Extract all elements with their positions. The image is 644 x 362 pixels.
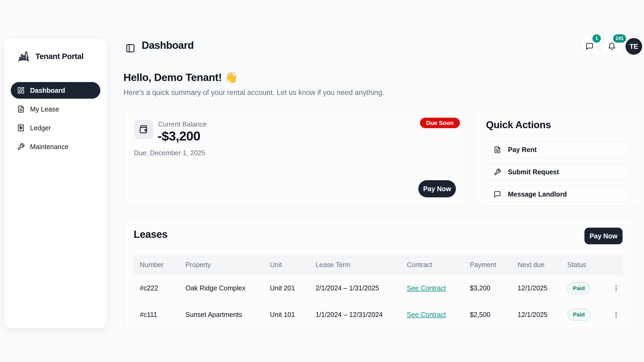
lease-next-due: 12/1/2025 <box>511 311 561 319</box>
column-header-property: Property <box>179 261 264 269</box>
messages-count-badge: 1 <box>592 34 601 43</box>
quick-actions-title: Quick Actions <box>486 119 630 131</box>
leases-pay-now-button[interactable]: Pay Now <box>584 228 623 244</box>
sidebar-item-label: Ledger <box>30 124 51 132</box>
column-header-next-due: Next due <box>511 261 561 269</box>
column-header-contract: Contract <box>401 261 464 269</box>
lease-term: 2/1/2024 – 1/31/2025 <box>309 284 401 292</box>
lease-payment: $2,500 <box>464 311 511 319</box>
lease-number: #c222 <box>134 284 179 292</box>
sidebar-item-ledger[interactable]: Ledger <box>11 120 100 136</box>
lease-unit: Unit 201 <box>264 284 309 292</box>
submit-request-button[interactable]: Submit Request <box>486 164 631 180</box>
lease-property: Sunset Apartments <box>179 311 264 319</box>
sidebar-toggle-icon[interactable] <box>126 43 135 53</box>
wrench-icon <box>494 168 501 176</box>
row-menu-button[interactable] <box>611 309 621 320</box>
receipt-icon <box>17 124 25 132</box>
see-contract-link[interactable]: See Contract <box>407 311 446 318</box>
greeting-title: Hello, Demo Tenant! 👋 <box>123 71 237 84</box>
sidebar-item-label: Dashboard <box>30 87 65 94</box>
bell-icon <box>608 42 616 50</box>
more-vertical-icon <box>612 285 620 292</box>
column-header-number: Number <box>134 261 179 269</box>
column-header-lease-term: Lease Term <box>309 261 401 269</box>
lease-term: 1/1/2024 – 12/31/2024 <box>309 311 401 319</box>
leases-table: Number Property Unit Lease Term Contract… <box>134 254 623 328</box>
action-label: Message Landlord <box>508 190 567 198</box>
lease-property: Oak Ridge Complex <box>179 284 264 292</box>
pay-now-button[interactable]: Pay Now <box>418 180 456 197</box>
sidebar-item-label: Maintenance <box>30 143 68 151</box>
chat-bubble-icon <box>586 42 594 50</box>
lease-row: #c222 Oak Ridge Complex Unit 201 2/1/202… <box>134 275 623 301</box>
column-header-status: Status <box>561 261 609 269</box>
lease-next-due: 12/1/2025 <box>511 284 561 292</box>
see-contract-link[interactable]: See Contract <box>407 284 446 292</box>
due-soon-badge: Due Soon <box>420 118 460 128</box>
greeting-subtitle: Here's a quick summary of your rental ac… <box>123 88 384 97</box>
notifications-count-badge: 141 <box>613 34 626 43</box>
wallet-icon <box>138 124 149 135</box>
app-logo: Tenant Portal <box>11 49 100 63</box>
column-header-payment: Payment <box>464 261 511 269</box>
page-title: Dashboard <box>142 40 194 51</box>
balance-amount: -$3,200 <box>158 128 200 143</box>
message-landlord-button[interactable]: Message Landlord <box>486 186 631 202</box>
balance-due-date: Due: December 1, 2025 <box>134 149 205 157</box>
action-label: Pay Rent <box>508 146 537 154</box>
row-menu-button[interactable] <box>611 283 621 294</box>
sidebar: Tenant Portal Dashboard My Lease <box>4 39 107 328</box>
message-icon <box>494 191 501 198</box>
table-header-row: Number Property Unit Lease Term Contract… <box>134 254 623 275</box>
wrench-icon <box>17 143 25 150</box>
balance-card: Current Balance -$3,200 Due: December 1,… <box>124 109 464 206</box>
quick-actions-card: Quick Actions Pay Rent Submit Request Me… <box>475 109 641 206</box>
status-badge: Paid <box>567 282 590 294</box>
dashboard-grid-icon <box>17 87 25 94</box>
wallet-icon-tile <box>134 120 153 139</box>
lease-number: #c111 <box>134 311 179 319</box>
lease-row: #c111 Sunset Apartments Unit 101 1/1/202… <box>134 301 623 328</box>
sidebar-nav: Dashboard My Lease Ledger <box>11 82 100 155</box>
app-title: Tenant Portal <box>35 52 83 61</box>
lease-unit: Unit 101 <box>264 311 309 319</box>
sidebar-item-label: My Lease <box>30 105 59 113</box>
leases-card: Leases Pay Now Number Property Unit Leas… <box>124 218 633 329</box>
lease-payment: $3,200 <box>464 284 511 292</box>
buildings-logo-icon <box>17 49 31 63</box>
file-text-icon <box>17 105 25 113</box>
more-vertical-icon <box>612 311 620 318</box>
sidebar-item-dashboard[interactable]: Dashboard <box>11 82 100 99</box>
user-avatar[interactable]: TE <box>625 38 642 55</box>
status-badge: Paid <box>567 309 590 321</box>
balance-label: Current Balance <box>158 120 207 128</box>
file-text-icon <box>494 146 501 153</box>
sidebar-item-my-lease[interactable]: My Lease <box>11 101 100 117</box>
action-label: Submit Request <box>508 168 559 176</box>
pay-rent-button[interactable]: Pay Rent <box>486 141 631 158</box>
leases-title: Leases <box>134 228 167 240</box>
sidebar-item-maintenance[interactable]: Maintenance <box>11 138 100 155</box>
column-header-unit: Unit <box>264 261 309 269</box>
